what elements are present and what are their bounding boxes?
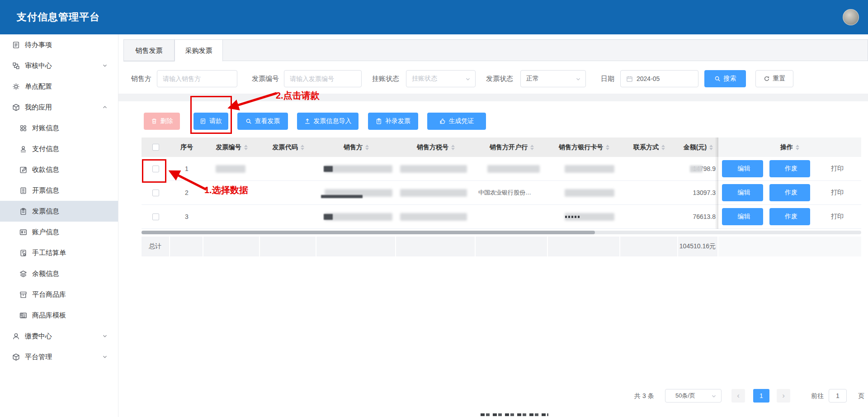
- cell-actions: 编辑作废打印: [718, 205, 861, 228]
- date-picker[interactable]: 2024-05: [620, 70, 698, 87]
- delete-button[interactable]: 删除: [144, 113, 180, 130]
- row-edit-button[interactable]: 编辑: [722, 160, 763, 177]
- sidebar-item-platform-goods[interactable]: 平台商品库: [0, 284, 118, 305]
- sort-carets-icon[interactable]: [709, 143, 713, 152]
- column-label: 销售方银行卡号: [559, 143, 603, 152]
- invoice-no-filter-input[interactable]: [284, 70, 362, 87]
- sidebar-item-billing-info[interactable]: 开票信息: [0, 180, 118, 201]
- sidebar-item-receipt-info[interactable]: 收款信息: [0, 159, 118, 180]
- view-invoice-button-label: 查看发票: [255, 117, 280, 125]
- sort-carets-icon[interactable]: [530, 143, 534, 152]
- column-label: 销售方税号: [417, 143, 448, 152]
- pending-status-select[interactable]: 挂账状态: [406, 70, 476, 87]
- censored-dots-fragment: [565, 216, 580, 218]
- row-void-button[interactable]: 作废: [769, 184, 810, 201]
- sidebar-item-label: 收款信息: [32, 166, 59, 174]
- sidebar-item-account-info[interactable]: 账户信息: [0, 222, 118, 242]
- header-cell-checkbox: [142, 137, 170, 157]
- doc-icon: [200, 118, 206, 124]
- cell-invoice_code: [260, 205, 316, 228]
- search-button[interactable]: 搜索: [704, 70, 746, 87]
- generate-voucher-button[interactable]: 生成凭证: [427, 113, 486, 130]
- page-size-select[interactable]: 50条/页: [665, 389, 722, 403]
- sort-carets-icon[interactable]: [301, 143, 304, 152]
- row-print-label: 打印: [831, 189, 844, 197]
- table-row: 2中国农业银行股份…13097.3编辑作废打印: [142, 181, 861, 205]
- header-cell-bank: 销售方开户行: [476, 137, 548, 157]
- column-label: 销售方开户行: [490, 143, 528, 152]
- cell-invoice_code: [260, 181, 316, 204]
- search-icon: [245, 118, 252, 124]
- row-print-button[interactable]: 打印: [815, 208, 857, 225]
- row-void-label: 作废: [785, 189, 797, 197]
- prev-page-button[interactable]: ‹: [731, 389, 745, 403]
- cell-seller: [316, 181, 396, 204]
- horizontal-scrollbar-track[interactable]: [142, 231, 861, 234]
- sidebar-item-platform-admin[interactable]: 平台管理: [0, 346, 118, 367]
- row-print-button[interactable]: 打印: [815, 160, 857, 177]
- select-all-checkbox[interactable]: [152, 144, 159, 151]
- request-payment-button[interactable]: 请款: [193, 113, 228, 130]
- censored-data-block: [216, 165, 245, 173]
- goto-page-input[interactable]: [829, 389, 847, 403]
- sort-carets-icon[interactable]: [451, 143, 455, 152]
- tab-purchase-invoice[interactable]: 采购发票: [175, 39, 223, 62]
- cell-text: 中国农业银行股份…: [478, 189, 531, 197]
- request-payment-button-label: 请款: [209, 117, 222, 125]
- row-edit-button[interactable]: 编辑: [722, 208, 763, 225]
- refresh-icon: [764, 76, 770, 82]
- sidebar-item-payment-info[interactable]: 支付信息: [0, 138, 118, 159]
- sort-carets-icon[interactable]: [796, 143, 799, 152]
- sidebar-item-fee-center[interactable]: 缴费中心: [0, 326, 118, 346]
- cell-seq: 3: [170, 205, 203, 228]
- summary-cell-contact: [620, 237, 678, 256]
- sidebar-item-audit-center[interactable]: 审核中心: [0, 55, 118, 76]
- sidebar-item-my-apps[interactable]: 我的应用: [0, 97, 118, 118]
- sort-carets-icon[interactable]: [606, 143, 609, 152]
- user-avatar[interactable]: [843, 9, 859, 25]
- chevron-down-icon: [711, 393, 717, 399]
- seller-filter-input[interactable]: [157, 70, 237, 87]
- sidebar-item-reconciliation[interactable]: 对账信息: [0, 118, 118, 138]
- current-page-button[interactable]: 1: [753, 389, 769, 403]
- sidebar-item-label: 单点配置: [25, 82, 52, 91]
- sidebar-item-invoice-info[interactable]: 发票信息: [0, 201, 118, 222]
- row-void-button[interactable]: 作废: [769, 208, 810, 225]
- sidebar-item-balance-info[interactable]: 余额信息: [0, 263, 118, 284]
- cell-seller: [316, 205, 396, 228]
- sidebar-item-goods-template[interactable]: 商品库模板: [0, 305, 118, 326]
- row-edit-button[interactable]: 编辑: [722, 184, 763, 201]
- column-label: 发票编号: [216, 143, 241, 152]
- sort-carets-icon[interactable]: [244, 143, 248, 152]
- sidebar-item-manual-settle[interactable]: 手工结算单: [0, 242, 118, 263]
- invoice-tabbar: 销售发票 采购发票: [123, 39, 868, 61]
- censored-data-block: [325, 213, 392, 221]
- row-checkbox[interactable]: [152, 213, 159, 220]
- view-invoice-button[interactable]: 查看发票: [237, 113, 288, 130]
- horizontal-scrollbar-thumb[interactable]: [142, 231, 595, 234]
- header-cell-seq: 序号: [170, 137, 203, 157]
- cell-bank: [476, 205, 548, 228]
- row-print-button[interactable]: 打印: [815, 184, 857, 201]
- reset-button[interactable]: 重置: [755, 70, 793, 87]
- summary-cell-bank: [476, 237, 548, 256]
- row-void-button[interactable]: 作废: [769, 160, 810, 177]
- invoice-status-select[interactable]: 正常: [520, 70, 586, 87]
- next-page-button[interactable]: ›: [777, 389, 790, 403]
- app-title: 支付信息管理平台: [17, 0, 100, 34]
- summary-row: 总计104510.16元: [142, 237, 861, 256]
- tab-sales-invoice[interactable]: 销售发票: [123, 39, 175, 62]
- sidebar-item-sso-config[interactable]: 单点配置: [0, 76, 118, 97]
- sort-carets-icon[interactable]: [365, 143, 369, 152]
- supplement-invoice-button[interactable]: 补录发票: [368, 113, 418, 130]
- upload-icon: [304, 118, 311, 124]
- row-checkbox[interactable]: [152, 190, 159, 196]
- table-row: 114798.9编辑作废打印: [142, 157, 861, 181]
- import-invoice-button[interactable]: 发票信息导入: [297, 113, 359, 130]
- row-checkbox[interactable]: [152, 166, 159, 172]
- doc-seal-icon: [19, 249, 27, 257]
- sidebar-item-todo[interactable]: 待办事项: [0, 34, 118, 55]
- reset-button-label: 重置: [773, 75, 786, 83]
- sort-carets-icon[interactable]: [661, 143, 665, 152]
- chevron-down-icon: [102, 333, 108, 339]
